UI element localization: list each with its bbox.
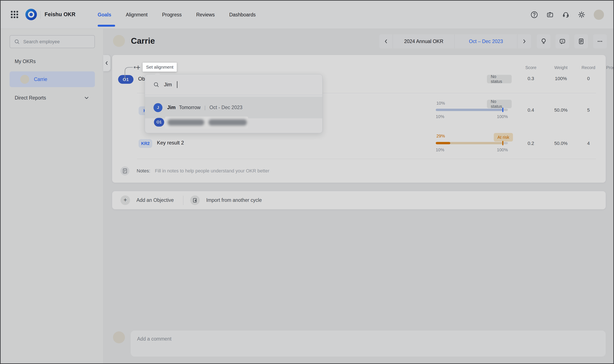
tab-progress[interactable]: Progress bbox=[162, 12, 182, 18]
details-button[interactable] bbox=[574, 34, 588, 48]
chevron-down-icon bbox=[84, 95, 89, 101]
column-header-record: Record bbox=[574, 65, 603, 70]
alignment-search-dropdown: Jim J Jim Tomorrow | Oct - Dec 2023 O1 bbox=[145, 74, 323, 133]
comment-placeholder: Add a comment bbox=[137, 336, 171, 342]
cycle-selector: 2024 Annual OKR Oct – Dec 2023 bbox=[379, 34, 531, 48]
objective-badge: O1 bbox=[154, 118, 164, 127]
objective-record: 0 bbox=[574, 76, 603, 81]
kr2-record: 4 bbox=[574, 141, 603, 146]
search-result-objective[interactable]: O1 bbox=[145, 116, 322, 131]
comment-input[interactable]: Add a comment bbox=[131, 331, 606, 357]
kr1-progress-label: 10% bbox=[436, 101, 445, 106]
chevron-right-icon bbox=[522, 39, 527, 44]
notes-label: Notes: bbox=[137, 168, 150, 174]
brand-title: Feishu OKR bbox=[45, 11, 76, 17]
work-badge-icon[interactable] bbox=[546, 11, 554, 18]
tips-button[interactable] bbox=[537, 34, 550, 48]
kr1-status-badge[interactable]: No status bbox=[487, 100, 512, 108]
kr2-bar-range: 10%100% bbox=[436, 147, 508, 152]
employee-search-input[interactable]: Search employee bbox=[10, 35, 95, 48]
alignment-connector-line bbox=[120, 65, 146, 80]
text-cursor bbox=[177, 81, 177, 88]
document-list-icon bbox=[578, 38, 585, 45]
kr1-bar-range: 10%100% bbox=[436, 114, 508, 119]
search-placeholder: Search employee bbox=[23, 39, 60, 45]
cycle-prev-button[interactable] bbox=[379, 34, 393, 48]
kr2-weight: 50.0% bbox=[546, 141, 576, 146]
import-cycle-button[interactable]: Import from another cycle bbox=[206, 197, 262, 203]
kr1-record: 5 bbox=[574, 107, 603, 113]
support-headset-icon[interactable] bbox=[562, 11, 569, 18]
cycle-quarter-tab[interactable]: Oct – Dec 2023 bbox=[455, 34, 517, 48]
objective-score: 0.3 bbox=[516, 76, 546, 81]
row-divider bbox=[137, 159, 596, 159]
add-objective-card: + Add an Objective Import from another c… bbox=[112, 191, 606, 209]
sidebar-item-direct-reports[interactable]: Direct Reports bbox=[10, 92, 95, 104]
column-header-score: Score bbox=[516, 65, 546, 70]
kr2-score: 0.2 bbox=[516, 141, 546, 146]
lightbulb-icon bbox=[540, 38, 547, 45]
brand-divider bbox=[40, 11, 40, 19]
objective-status-badge[interactable]: No status bbox=[487, 75, 512, 83]
active-tab-indicator bbox=[98, 25, 115, 27]
sidebar-item-label: Carrie bbox=[34, 77, 47, 82]
redacted-text bbox=[209, 119, 247, 126]
my-okrs-heading: My OKRs bbox=[15, 59, 36, 64]
comment-avatar bbox=[113, 331, 125, 343]
alignment-search-input[interactable]: Jim bbox=[145, 74, 322, 95]
objective-weight: 100% bbox=[546, 76, 576, 81]
page-title-row: Carrie bbox=[113, 34, 155, 48]
search-icon bbox=[154, 82, 159, 88]
dropdown-divider bbox=[145, 95, 322, 95]
kr2-status-badge[interactable]: At risk bbox=[494, 133, 513, 142]
comment-bubble-icon bbox=[559, 38, 566, 45]
note-icon bbox=[120, 167, 130, 175]
jim-avatar: J bbox=[154, 103, 162, 112]
column-header-weight: Weight bbox=[546, 65, 576, 70]
nav-right-icons bbox=[531, 1, 604, 29]
kr1-weight: 50.0% bbox=[546, 107, 576, 113]
carrie-avatar bbox=[20, 75, 29, 84]
kr2-target-marker bbox=[502, 141, 503, 145]
comments-button[interactable] bbox=[556, 34, 569, 48]
more-button[interactable] bbox=[593, 34, 607, 48]
tab-goals[interactable]: Goals bbox=[98, 12, 111, 18]
help-icon[interactable] bbox=[531, 11, 538, 18]
kr1-progress-bar[interactable] bbox=[436, 109, 508, 111]
cycle-annual-tab[interactable]: 2024 Annual OKR bbox=[393, 34, 455, 48]
page-title: Carrie bbox=[131, 36, 155, 46]
top-nav: Feishu OKR Goals Alignment Progress Revi… bbox=[1, 1, 613, 29]
set-alignment-tooltip[interactable]: Set alignment bbox=[143, 63, 177, 72]
nav-tabs: Goals Alignment Progress Reviews Dashboa… bbox=[98, 1, 256, 29]
kr2-title[interactable]: Key result 2 bbox=[157, 140, 184, 146]
redacted-text bbox=[168, 119, 204, 126]
sidebar: Search employee My OKRs Carrie Direct Re… bbox=[1, 29, 104, 363]
plus-icon: + bbox=[120, 195, 130, 205]
user-avatar[interactable] bbox=[594, 10, 604, 20]
tab-reviews[interactable]: Reviews bbox=[196, 12, 215, 18]
kr2-progress-label: 29% bbox=[436, 134, 445, 139]
set-alignment-plus-icon[interactable]: + bbox=[136, 63, 141, 72]
page-avatar bbox=[113, 35, 125, 47]
kr2-progress-bar[interactable] bbox=[436, 142, 508, 144]
sidebar-item-carrie[interactable]: Carrie bbox=[10, 71, 95, 87]
chevron-left-icon bbox=[105, 61, 109, 65]
ellipsis-icon bbox=[597, 38, 603, 45]
kr1-score: 0.4 bbox=[516, 107, 546, 113]
okr-logo-icon[interactable] bbox=[25, 9, 37, 20]
cycle-next-button[interactable] bbox=[517, 34, 531, 48]
tab-dashboards[interactable]: Dashboards bbox=[229, 12, 256, 18]
notes-row[interactable]: Notes: Fill in notes to help people unde… bbox=[120, 167, 269, 175]
import-icon bbox=[190, 195, 200, 205]
settings-gear-icon[interactable] bbox=[578, 11, 585, 18]
tab-alignment[interactable]: Alignment bbox=[126, 12, 147, 18]
app-grid-icon[interactable] bbox=[11, 11, 19, 19]
add-objective-button[interactable]: Add an Objective bbox=[136, 197, 174, 203]
app-window: Feishu OKR Goals Alignment Progress Revi… bbox=[0, 0, 614, 364]
notes-placeholder: Fill in notes to help people understand … bbox=[155, 168, 270, 174]
kr2-badge: KR2 bbox=[139, 139, 152, 148]
sidebar-collapse-button[interactable] bbox=[103, 55, 110, 71]
search-query-text: Jim bbox=[164, 82, 172, 88]
search-icon bbox=[14, 39, 20, 45]
search-result-jim[interactable]: J Jim Tomorrow | Oct - Dec 2023 bbox=[145, 97, 322, 118]
